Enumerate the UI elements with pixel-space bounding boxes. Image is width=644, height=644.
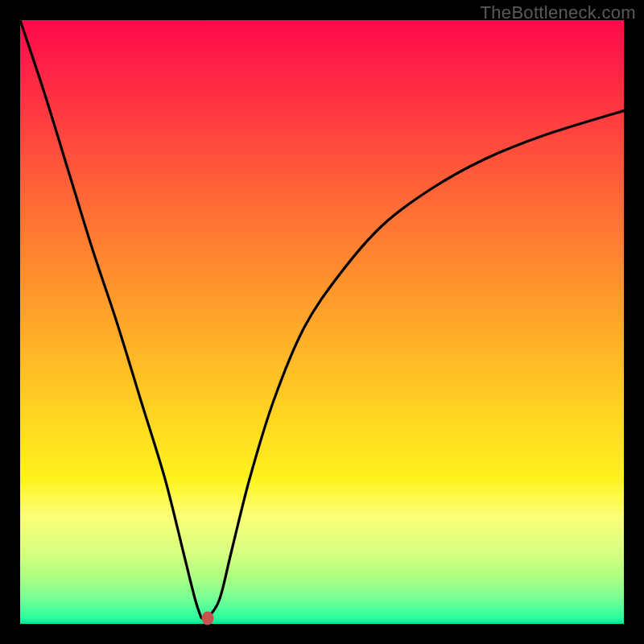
- optimal-point-marker: [201, 611, 213, 625]
- bottleneck-curve: [20, 20, 624, 624]
- chart-frame: TheBottleneck.com: [0, 0, 644, 644]
- watermark-text: TheBottleneck.com: [481, 2, 636, 23]
- plot-area: [20, 20, 624, 624]
- curve-path: [20, 20, 624, 619]
